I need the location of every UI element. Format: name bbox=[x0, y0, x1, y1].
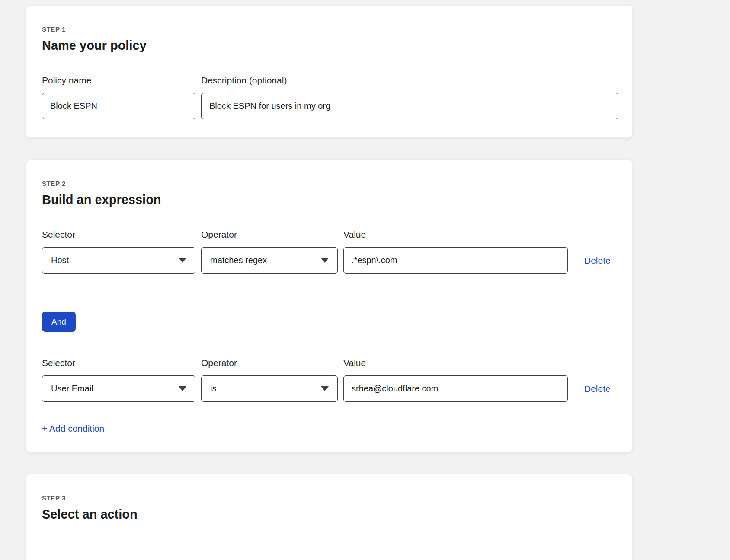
delete-wrap-2: Delete bbox=[584, 375, 611, 402]
step3-card: STEP 3 Select an action bbox=[26, 474, 633, 560]
selector-dropdown-2[interactable]: User Email bbox=[42, 375, 195, 402]
value-label-2: Value bbox=[343, 358, 568, 368]
step2-title: Build an expression bbox=[42, 193, 617, 207]
and-button[interactable]: And bbox=[42, 312, 76, 332]
policy-builder-page: STEP 1 Name your policy Policy name Desc… bbox=[0, 0, 730, 560]
description-label: Description (optional) bbox=[201, 75, 618, 86]
policy-name-input[interactable] bbox=[42, 93, 195, 119]
chevron-down-icon bbox=[321, 386, 329, 391]
step1-label: STEP 1 bbox=[42, 25, 617, 33]
step2-card: STEP 2 Build an expression Selector Host… bbox=[26, 159, 633, 452]
operator-field-1: Operator matches regex bbox=[201, 229, 338, 274]
chevron-down-icon bbox=[321, 258, 329, 263]
description-field: Description (optional) bbox=[201, 75, 618, 119]
description-input[interactable] bbox=[201, 93, 618, 119]
step2-label: STEP 2 bbox=[42, 180, 617, 187]
operator-dropdown-1-value: matches regex bbox=[210, 255, 267, 265]
step3-title: Select an action bbox=[42, 507, 617, 522]
delete-link-2[interactable]: Delete bbox=[584, 384, 611, 394]
condition-row-1: Selector Host Operator matches regex Val… bbox=[42, 229, 617, 274]
add-condition-link[interactable]: + Add condition bbox=[42, 423, 104, 434]
operator-field-2: Operator is bbox=[201, 358, 338, 402]
value-input-2[interactable] bbox=[343, 375, 568, 402]
step1-card: STEP 1 Name your policy Policy name Desc… bbox=[26, 5, 633, 138]
selector-dropdown-1-value: Host bbox=[51, 255, 69, 265]
value-label-1: Value bbox=[343, 229, 568, 240]
condition-row-2: Selector User Email Operator is Value De… bbox=[42, 358, 617, 402]
delete-wrap-1: Delete bbox=[584, 247, 611, 274]
step1-fields-row: Policy name Description (optional) bbox=[42, 75, 617, 119]
step1-title: Name your policy bbox=[42, 38, 617, 53]
chevron-down-icon bbox=[179, 258, 186, 263]
selector-field-2: Selector User Email bbox=[42, 358, 195, 402]
selector-field-1: Selector Host bbox=[42, 229, 195, 274]
value-input-1[interactable] bbox=[343, 247, 568, 274]
selector-label-2: Selector bbox=[42, 358, 195, 368]
policy-name-field: Policy name bbox=[42, 75, 195, 119]
delete-link-1[interactable]: Delete bbox=[584, 255, 611, 266]
value-field-1: Value bbox=[343, 229, 568, 274]
value-field-2: Value bbox=[343, 358, 568, 402]
chevron-down-icon bbox=[179, 386, 186, 391]
policy-name-label: Policy name bbox=[42, 75, 195, 86]
selector-dropdown-2-value: User Email bbox=[51, 384, 93, 394]
selector-label-1: Selector bbox=[42, 229, 195, 240]
operator-dropdown-1[interactable]: matches regex bbox=[201, 247, 338, 274]
operator-dropdown-2[interactable]: is bbox=[201, 375, 338, 402]
selector-dropdown-1[interactable]: Host bbox=[42, 247, 195, 274]
operator-dropdown-2-value: is bbox=[210, 384, 216, 394]
operator-label-1: Operator bbox=[201, 229, 338, 240]
step3-label: STEP 3 bbox=[42, 494, 617, 502]
operator-label-2: Operator bbox=[201, 358, 338, 368]
